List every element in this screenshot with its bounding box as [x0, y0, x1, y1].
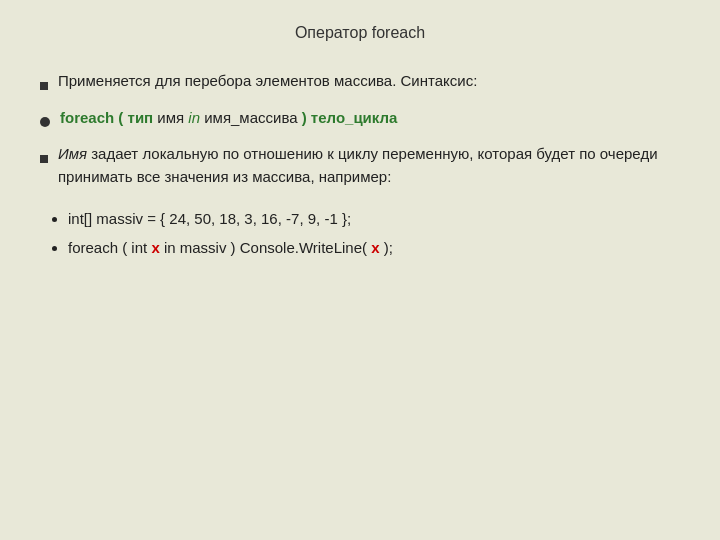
list-item-3: Имя задает локальную по отношению к цикл…: [40, 143, 680, 188]
x-highlight-1: x: [151, 239, 159, 256]
main-content: Применяется для перебора элементов масси…: [40, 70, 680, 265]
name-word: имя: [157, 109, 188, 126]
in-keyword: in: [188, 109, 200, 126]
foreach-keyword: foreach: [60, 109, 114, 126]
code-list: int[] massiv = { 24, 50, 18, 3, 16, -7, …: [40, 208, 680, 259]
circle-bullet-icon: [40, 111, 50, 134]
code-line-1-text: int[] massiv = { 24, 50, 18, 3, 16, -7, …: [68, 210, 351, 227]
code-line-2: foreach ( int x in massiv ) Console.Writ…: [68, 237, 680, 260]
paren-close-body: ) тело_цикла: [302, 109, 398, 126]
array-name: имя_массива: [204, 109, 302, 126]
bullet-list: Применяется для перебора элементов масси…: [40, 70, 680, 188]
page-title: Оператор foreach: [295, 24, 425, 42]
name-italic: Имя: [58, 145, 87, 162]
square-bullet-icon-2: [40, 147, 48, 170]
paren-open: (: [118, 109, 127, 126]
code-line-1: int[] massiv = { 24, 50, 18, 3, 16, -7, …: [68, 208, 680, 231]
x-highlight-2: x: [371, 239, 379, 256]
list-item-1-text: Применяется для перебора элементов масси…: [58, 70, 680, 93]
code-line-2-text: foreach ( int x in massiv ) Console.Writ…: [68, 239, 393, 256]
list-item-3-text: Имя задает локальную по отношению к цикл…: [58, 143, 680, 188]
list-item-2-text: foreach ( тип имя in имя_массива ) тело_…: [60, 107, 680, 130]
list-item-1: Применяется для перебора элементов масси…: [40, 70, 680, 97]
type-keyword: тип: [128, 109, 154, 126]
square-bullet-icon: [40, 74, 48, 97]
list-item-2: foreach ( тип имя in имя_массива ) тело_…: [40, 107, 680, 134]
